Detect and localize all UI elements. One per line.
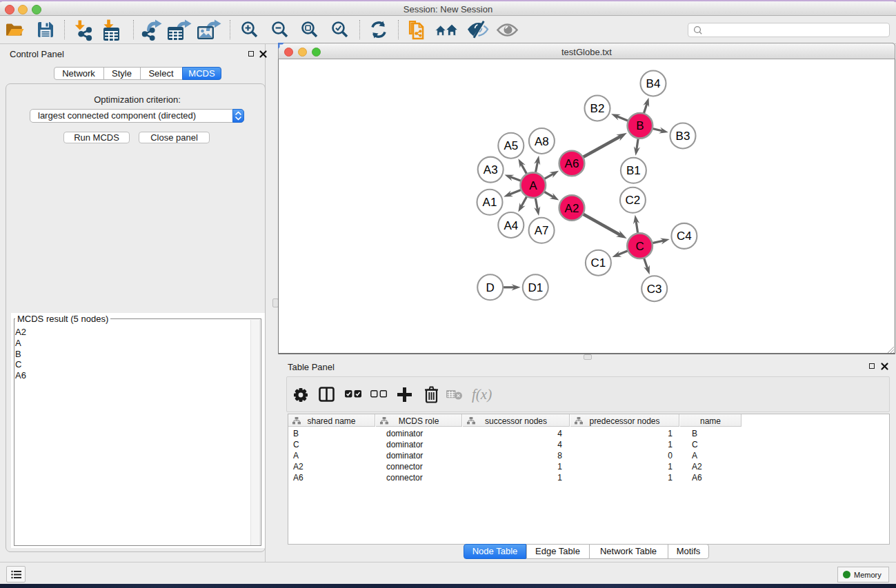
svg-text:A1: A1: [483, 196, 497, 209]
svg-text:A5: A5: [504, 139, 518, 152]
svg-text:D1: D1: [528, 281, 543, 294]
svg-text:D: D: [486, 281, 495, 294]
svg-text:B2: B2: [590, 102, 605, 115]
svg-text:C: C: [635, 240, 644, 253]
svg-text:A4: A4: [504, 219, 518, 232]
svg-text:A: A: [529, 179, 537, 192]
svg-text:C1: C1: [591, 256, 606, 270]
svg-text:B3: B3: [676, 130, 690, 143]
svg-text:A2: A2: [565, 202, 579, 215]
svg-text:C3: C3: [647, 283, 662, 296]
svg-text:A8: A8: [535, 135, 549, 148]
svg-text:A7: A7: [535, 224, 549, 237]
svg-text:A6: A6: [565, 157, 579, 170]
svg-text:A3: A3: [484, 163, 498, 176]
svg-text:B4: B4: [646, 77, 661, 90]
svg-text:C2: C2: [626, 194, 641, 207]
svg-text:B: B: [636, 119, 644, 132]
svg-text:B1: B1: [626, 164, 641, 177]
svg-text:C4: C4: [677, 230, 692, 243]
